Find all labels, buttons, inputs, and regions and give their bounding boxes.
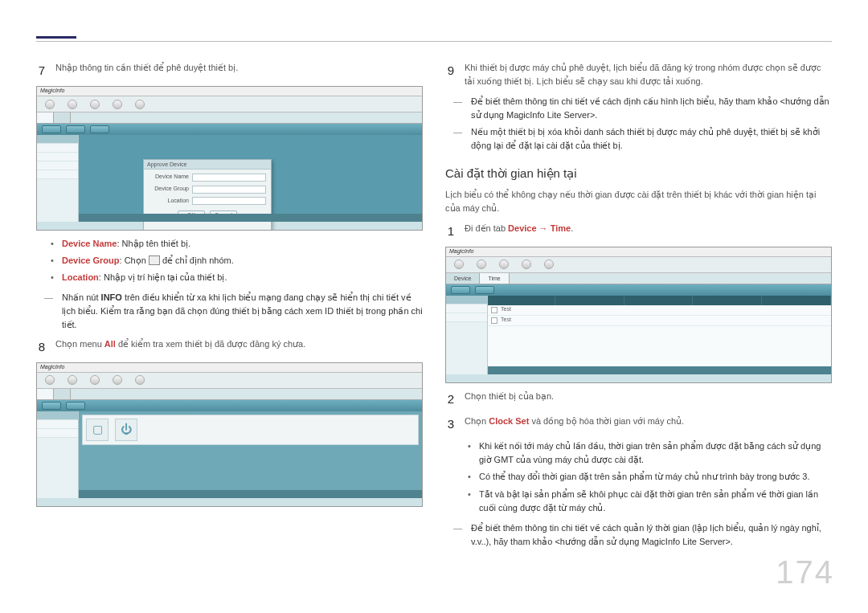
step-7: 7 Nhập thông tin cần thiết để phê duyệt … xyxy=(36,61,423,80)
nav-icon[interactable] xyxy=(113,375,122,385)
app-logo: MagicInfo xyxy=(40,363,64,372)
nav-icon[interactable] xyxy=(90,375,100,385)
step-number: 9 xyxy=(445,61,457,88)
dialog-row-location: Location xyxy=(149,197,266,206)
sidebar-item[interactable] xyxy=(37,144,78,153)
step-number: 2 xyxy=(445,390,457,408)
tab-row: Device Time xyxy=(446,273,831,284)
header-rule-accent xyxy=(36,36,76,39)
nav-icon[interactable] xyxy=(522,260,531,269)
step-text: Chọn thiết bị của bạn. xyxy=(465,390,832,408)
tab-row xyxy=(37,112,422,124)
action-toolbar xyxy=(446,284,831,296)
nav-icon[interactable] xyxy=(544,260,554,269)
toolbar-button[interactable] xyxy=(451,286,470,294)
tab-device[interactable]: Device xyxy=(446,273,480,284)
bullet-location: • Location: Nhập vị trí hiện tại của thi… xyxy=(51,271,423,284)
tab[interactable] xyxy=(54,389,71,399)
sidebar xyxy=(37,411,79,498)
nav-icon[interactable] xyxy=(477,260,486,269)
term: Device Name xyxy=(62,239,117,248)
location-input[interactable] xyxy=(192,197,266,205)
sidebar-item[interactable] xyxy=(37,153,78,161)
field-label: Location xyxy=(149,197,189,206)
sidebar-item[interactable] xyxy=(37,135,78,144)
toolbar-button[interactable] xyxy=(42,125,61,133)
device-tile[interactable]: ⏻ xyxy=(115,419,137,441)
tab[interactable] xyxy=(54,112,71,123)
nav-icon[interactable] xyxy=(135,100,145,109)
nav-icon[interactable] xyxy=(135,375,145,385)
nav-icon[interactable] xyxy=(454,260,464,269)
screenshot-device-grid: MagicInfo xyxy=(36,362,423,507)
toolbar-button[interactable] xyxy=(66,125,85,133)
step-number: 1 xyxy=(445,222,457,240)
nav-icon[interactable] xyxy=(113,100,122,109)
sidebar-item[interactable] xyxy=(446,296,487,304)
sidebar-item[interactable] xyxy=(37,411,78,420)
device-time-list: Test Test xyxy=(488,296,831,374)
step-2: 2 Chọn thiết bị của bạn. xyxy=(445,390,832,408)
step-8: 8 Chọn menu All để kiểm tra xem thiết bị… xyxy=(36,337,423,356)
step-text: Nhập thông tin cần thiết để phê duyệt th… xyxy=(55,61,423,80)
tab[interactable] xyxy=(37,389,54,399)
device-name-input[interactable] xyxy=(192,174,266,182)
tab-time[interactable]: Time xyxy=(480,273,509,284)
step-text: Chọn menu All để kiểm tra xem thiết bị đ… xyxy=(55,337,423,356)
sidebar-item[interactable] xyxy=(37,420,78,429)
dash-icon: ― xyxy=(453,521,465,549)
keyword-clock-set: Clock Set xyxy=(489,416,529,426)
step-text: Đi đến tab Device → Time. xyxy=(465,222,832,240)
toolbar-button[interactable] xyxy=(42,402,61,410)
device-tile[interactable]: ▢ xyxy=(86,419,108,441)
sidebar xyxy=(37,135,79,222)
app-logo: MagicInfo xyxy=(449,247,473,256)
bullet-icon: • xyxy=(51,271,55,284)
nav-icon[interactable] xyxy=(68,375,77,385)
nav-icon[interactable] xyxy=(90,100,100,109)
bullet-device-name: • Device Name: Nhập tên thiết bị. xyxy=(51,237,423,251)
field-label: Device Name xyxy=(149,173,189,182)
action-toolbar xyxy=(37,400,422,411)
nav-icon[interactable] xyxy=(499,260,509,269)
toolbar-button[interactable] xyxy=(66,402,85,410)
note: ― Để biết thêm thông tin chi tiết về các… xyxy=(453,521,832,549)
bullet-icon: • xyxy=(468,488,473,515)
sidebar-item[interactable] xyxy=(37,170,78,179)
step-3: 3 Chọn Clock Set và đồng bộ hóa thời gia… xyxy=(445,415,832,433)
dash-icon: ― xyxy=(453,125,465,153)
app-body: Test Test xyxy=(446,296,831,374)
dash-icon: ― xyxy=(453,95,465,122)
left-column: 7 Nhập thông tin cần thiết để phê duyệt … xyxy=(36,56,423,552)
note-text: Để biết thêm thông tin chi tiết về cách … xyxy=(471,521,832,549)
device-group-input[interactable] xyxy=(192,186,266,194)
tab[interactable] xyxy=(37,112,54,123)
sidebar-item[interactable] xyxy=(446,313,487,322)
step-9: 9 Khi thiết bị được máy chủ phê duyệt, l… xyxy=(445,61,832,88)
window-titlebar: MagicInfo xyxy=(37,87,422,96)
list-row[interactable]: Test xyxy=(488,316,831,326)
row-checkbox[interactable] xyxy=(491,307,497,313)
status-footer xyxy=(79,490,422,498)
nav-icon[interactable] xyxy=(68,100,77,109)
dialog-row-device-group: Device Group xyxy=(149,185,266,194)
browse-group-icon[interactable] xyxy=(149,255,160,265)
screenshot-time-list: MagicInfo Device Time xyxy=(445,247,832,383)
sidebar-item[interactable] xyxy=(37,161,78,170)
status-footer xyxy=(488,366,831,374)
bullet-icon: • xyxy=(468,470,473,484)
toolbar-button[interactable] xyxy=(90,125,109,133)
sidebar-item[interactable] xyxy=(446,304,487,313)
row-checkbox[interactable] xyxy=(491,317,497,324)
main-area: ▢ ⏻ xyxy=(79,411,422,498)
list-row[interactable]: Test xyxy=(488,305,831,316)
tab-row xyxy=(37,389,422,400)
sub-bullet: • Tắt và bật lại sản phẩm sẽ khôi phục c… xyxy=(468,488,832,515)
step-text: Chọn Clock Set và đồng bộ hóa thời gian … xyxy=(465,415,832,433)
toolbar-button[interactable] xyxy=(475,286,494,294)
nav-icon[interactable] xyxy=(45,100,55,109)
nav-icon[interactable] xyxy=(45,375,55,385)
sidebar-item[interactable] xyxy=(37,429,78,438)
note-text: Để biết thêm thông tin chi tiết về cách … xyxy=(471,95,832,122)
two-column-layout: 7 Nhập thông tin cần thiết để phê duyệt … xyxy=(36,56,832,552)
